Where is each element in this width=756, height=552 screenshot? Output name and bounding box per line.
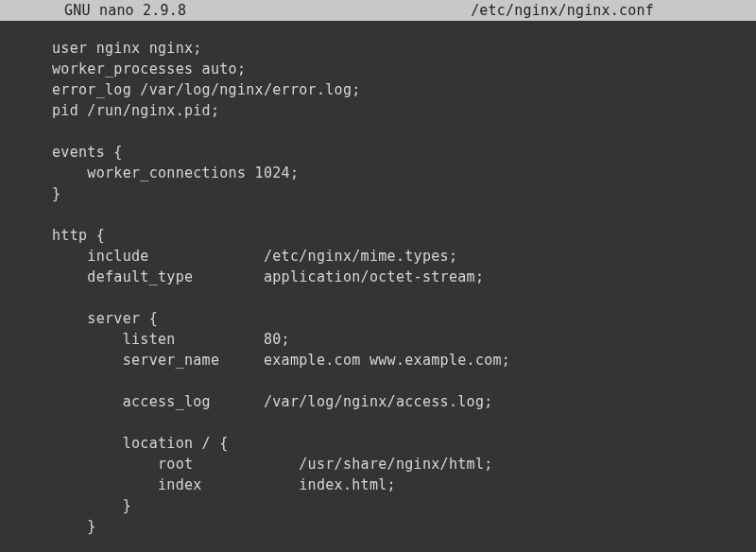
editor-line[interactable]: include /etc/nginx/mime.types;: [52, 246, 756, 267]
editor-line[interactable]: server_name example.com www.example.com;: [52, 350, 756, 371]
editor-line[interactable]: access_log /var/log/nginx/access.log;: [52, 391, 756, 412]
editor-line[interactable]: pid /run/nginx.pid;: [52, 100, 756, 121]
editor-line[interactable]: worker_connections 1024;: [52, 163, 756, 183]
editor-line[interactable]: [52, 371, 756, 391]
editor-line[interactable]: listen 80;: [52, 329, 756, 350]
app-name: GNU nano 2.9.8: [8, 0, 186, 21]
file-path: /etc/nginx/nginx.conf: [471, 0, 748, 21]
editor-line[interactable]: http {: [52, 225, 756, 246]
editor-line[interactable]: }: [52, 516, 756, 537]
editor-line[interactable]: }: [52, 495, 756, 516]
nano-titlebar: GNU nano 2.9.8 /etc/nginx/nginx.conf: [0, 0, 756, 21]
editor-area[interactable]: user nginx nginx;worker_processes auto;e…: [0, 21, 756, 537]
editor-line[interactable]: }: [52, 183, 756, 204]
editor-line[interactable]: error_log /var/log/nginx/error.log;: [52, 79, 756, 100]
editor-line[interactable]: [52, 287, 756, 308]
editor-line[interactable]: worker_processes auto;: [52, 59, 756, 79]
editor-line[interactable]: default_type application/octet-stream;: [52, 267, 756, 287]
editor-line[interactable]: location / {: [52, 433, 756, 454]
editor-line[interactable]: [52, 204, 756, 225]
editor-line[interactable]: server {: [52, 308, 756, 329]
editor-line[interactable]: root /usr/share/nginx/html;: [52, 454, 756, 474]
editor-line[interactable]: [52, 121, 756, 142]
editor-line[interactable]: [52, 412, 756, 433]
editor-line[interactable]: user nginx nginx;: [52, 38, 756, 59]
editor-line[interactable]: events {: [52, 142, 756, 163]
editor-line[interactable]: index index.html;: [52, 474, 756, 495]
